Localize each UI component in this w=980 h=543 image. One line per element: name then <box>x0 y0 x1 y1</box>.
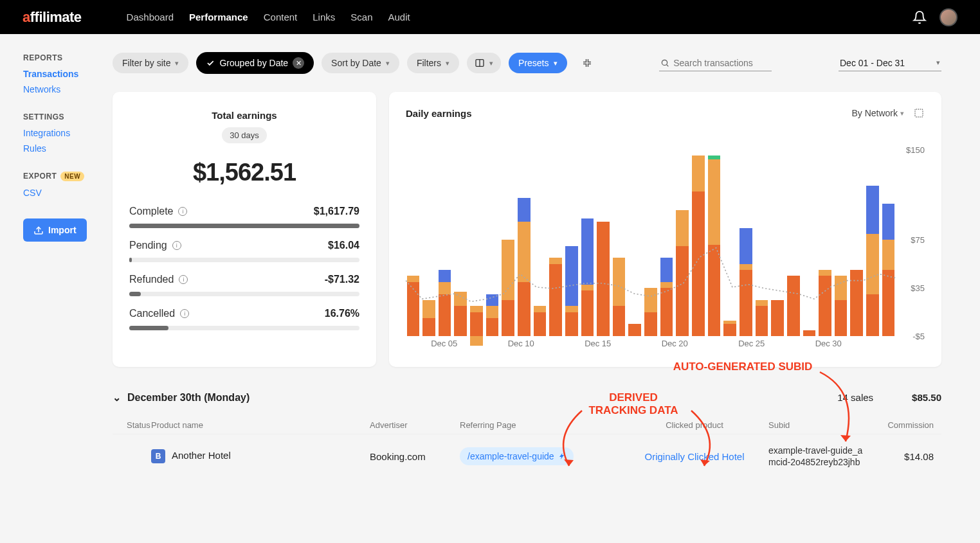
sort-button[interactable]: Sort by Date▾ <box>322 53 399 73</box>
bar[interactable] <box>835 156 848 336</box>
bar[interactable] <box>518 156 531 336</box>
advertiser-name: Booking.com <box>370 451 460 462</box>
daily-earnings-card: Daily earnings By Network ▾ Dec 05Dec 10… <box>389 92 941 367</box>
chevron-down-icon: ▾ <box>489 59 493 67</box>
advertiser-logo: B <box>151 449 165 463</box>
bar[interactable] <box>613 156 626 336</box>
nav-dashboard[interactable]: Dashboard <box>127 12 174 22</box>
bar[interactable] <box>422 156 435 336</box>
avatar[interactable] <box>939 8 957 26</box>
earnings-row: Cancelledi16.76% <box>129 308 359 330</box>
date-range-select[interactable]: Dec 01 - Dec 31 ▾ <box>839 55 941 71</box>
sidebar-item-networks[interactable]: Networks <box>23 84 113 94</box>
sales-total: $85.50 <box>912 392 941 403</box>
layout-toggle-button[interactable]: ▾ <box>467 53 501 73</box>
sidebar-header-export: EXPORTNEW <box>23 172 113 181</box>
presets-button[interactable]: Presets▾ <box>509 53 567 73</box>
bar[interactable] <box>644 156 657 336</box>
bar[interactable] <box>454 156 467 336</box>
bell-icon[interactable] <box>912 10 927 24</box>
bar[interactable] <box>787 156 800 336</box>
period-chip: 30 days <box>222 127 267 143</box>
bar[interactable] <box>565 156 578 336</box>
bar[interactable] <box>771 156 784 336</box>
close-icon[interactable]: ✕ <box>293 57 304 69</box>
earnings-row: Completei$1,617.79 <box>129 206 359 228</box>
filter-row: Filter by site▾ Grouped by Date ✕ Sort b… <box>113 52 941 74</box>
svg-line-3 <box>666 64 668 66</box>
main: Filter by site▾ Grouped by Date ✕ Sort b… <box>113 34 980 504</box>
bar[interactable] <box>660 156 673 336</box>
chevron-down-icon: ▾ <box>936 58 940 67</box>
bar[interactable] <box>708 156 721 336</box>
bar[interactable] <box>549 156 562 336</box>
date-group-header[interactable]: ⌄ December 30th (Monday) 14 sales $85.50 <box>113 391 941 404</box>
nav-content[interactable]: Content <box>264 12 298 22</box>
sidebar-header-settings: SETTINGS <box>23 112 113 121</box>
bar[interactable] <box>723 156 736 336</box>
topbar: affilimate Dashboard Performance Content… <box>0 0 980 34</box>
bar[interactable] <box>407 156 420 336</box>
info-icon[interactable]: i <box>178 207 187 216</box>
bolt-icon <box>558 452 566 460</box>
bar[interactable] <box>502 156 514 336</box>
svg-point-2 <box>662 60 667 65</box>
sidebar-item-integrations[interactable]: Integrations <box>23 128 113 138</box>
nav-performance[interactable]: Performance <box>189 12 248 22</box>
network-dropdown[interactable]: By Network ▾ <box>851 108 904 118</box>
bar[interactable] <box>866 156 879 336</box>
referring-page-chip[interactable]: /example-travel-guide <box>460 447 574 465</box>
bar[interactable] <box>740 156 752 336</box>
sidebar-item-rules[interactable]: Rules <box>23 143 113 154</box>
sidebar-item-transactions[interactable]: Transactions <box>23 69 113 79</box>
bar[interactable] <box>850 156 863 336</box>
bar[interactable] <box>534 156 547 336</box>
info-icon[interactable]: i <box>172 241 181 250</box>
earnings-row: Pendingi$16.04 <box>129 240 359 262</box>
bar[interactable] <box>581 156 594 336</box>
bar[interactable] <box>439 156 451 336</box>
filters-button[interactable]: Filters▾ <box>407 53 459 73</box>
info-icon[interactable]: i <box>180 309 189 318</box>
nav-scan[interactable]: Scan <box>350 12 372 22</box>
bar[interactable] <box>756 156 768 336</box>
bar[interactable] <box>676 156 689 336</box>
bar[interactable] <box>597 156 610 336</box>
filter-site-button[interactable]: Filter by site▾ <box>113 53 188 73</box>
bar[interactable] <box>486 156 499 336</box>
nav-links[interactable]: Links <box>313 12 335 22</box>
bar[interactable] <box>628 156 641 336</box>
earnings-title: Total earnings <box>129 110 359 121</box>
search-input-wrap[interactable] <box>659 55 772 71</box>
sidebar: REPORTS Transactions Networks SETTINGS I… <box>0 34 113 504</box>
collapse-icon[interactable] <box>581 57 593 69</box>
chart-yaxis: $150$75$35-$5 <box>896 124 925 355</box>
bar[interactable] <box>470 156 483 336</box>
svg-rect-4 <box>915 109 923 117</box>
bar[interactable] <box>692 156 705 336</box>
product-name: Another Hotel <box>172 450 231 461</box>
expand-icon[interactable] <box>913 107 925 119</box>
bar[interactable] <box>819 156 831 336</box>
transactions-section: DERIVED TRACKING DATA AUTO-GENERATED SUB… <box>113 391 941 478</box>
upload-icon <box>33 225 44 235</box>
filter-group-button[interactable]: Grouped by Date ✕ <box>196 52 314 74</box>
date-label: December 30th (Monday) <box>127 392 250 404</box>
sales-count: 14 sales <box>837 392 873 403</box>
bar[interactable] <box>882 156 895 336</box>
sidebar-header-reports: REPORTS <box>23 53 113 62</box>
bar[interactable] <box>803 156 816 336</box>
info-icon[interactable]: i <box>179 275 188 284</box>
commission-value: $14.08 <box>865 451 941 462</box>
import-button[interactable]: Import <box>23 218 87 242</box>
total-amount: $1,562.51 <box>129 159 359 186</box>
sidebar-item-csv[interactable]: CSV <box>23 188 113 198</box>
table-row: BAnother Hotel Booking.com /example-trav… <box>113 434 941 478</box>
search-input[interactable] <box>673 58 770 68</box>
chevron-down-icon: ▾ <box>175 59 179 67</box>
clicked-product-link[interactable]: Originally Clicked Hotel <box>644 451 744 462</box>
logo: affilimate <box>23 9 82 26</box>
topnav: Dashboard Performance Content Links Scan… <box>127 12 410 22</box>
table-header: Status Product name Advertiser Referring… <box>113 415 941 434</box>
nav-audit[interactable]: Audit <box>388 12 410 22</box>
